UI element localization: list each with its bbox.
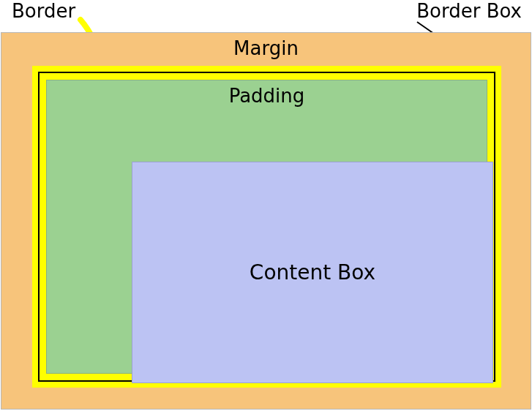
margin-box: Margin Padding Content Box bbox=[1, 32, 531, 410]
padding-label: Padding bbox=[229, 85, 305, 107]
content-box: Content Box bbox=[132, 162, 493, 383]
borderbox-label: Border Box bbox=[416, 0, 522, 22]
padding-box: Padding Content Box bbox=[46, 80, 487, 374]
top-labels: Border Border Box bbox=[0, 0, 532, 32]
content-label: Content Box bbox=[250, 260, 375, 284]
margin-label: Margin bbox=[233, 37, 299, 59]
border-label: Border bbox=[12, 0, 75, 22]
